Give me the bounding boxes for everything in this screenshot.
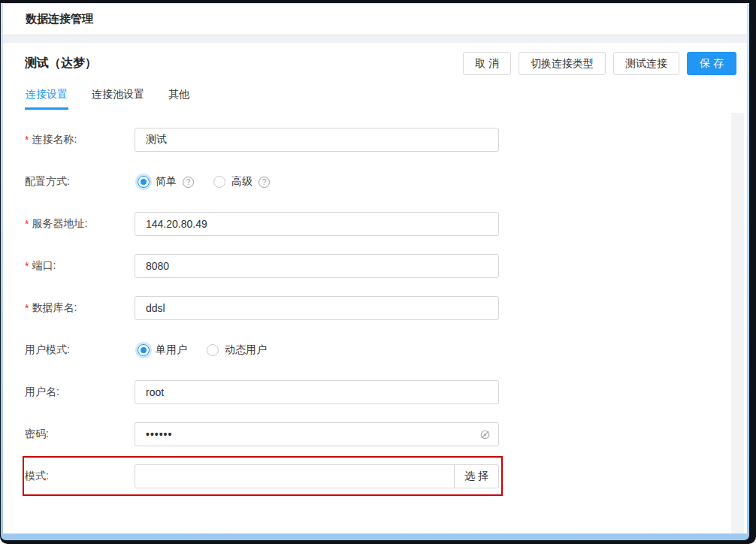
eye-off-icon[interactable] xyxy=(479,429,491,440)
select-mode-button[interactable]: 选 择 xyxy=(454,464,499,488)
field-label: * 端口: xyxy=(25,259,135,273)
radio-option-single-user[interactable]: 单用户 xyxy=(138,343,187,357)
field-label: 密码: xyxy=(25,428,135,441)
form-row-database-name: * 数据库名: xyxy=(25,296,747,320)
label-text: 配置方式: xyxy=(25,175,70,189)
user-mode-radio-group: 单用户 动态用户 xyxy=(135,343,267,357)
scrollbar-track[interactable] xyxy=(731,113,744,533)
header-gap xyxy=(3,35,747,43)
panel-header: 测试（达梦） 取 消 切换连接类型 测试连接 保 存 xyxy=(3,43,747,84)
radio-unselected-icon[interactable] xyxy=(207,344,219,356)
username-input[interactable] xyxy=(135,380,499,404)
field-label: 模式: xyxy=(25,470,135,483)
config-mode-radio-group: 简单 ? 高级 ? xyxy=(135,175,270,189)
help-icon[interactable]: ? xyxy=(259,177,270,188)
required-marker: * xyxy=(25,218,29,230)
tab-connection-pool-settings[interactable]: 连接池设置 xyxy=(91,84,145,110)
label-text: 连接名称: xyxy=(32,133,77,147)
switch-connection-type-button[interactable]: 切换连接类型 xyxy=(519,52,606,75)
help-icon[interactable]: ? xyxy=(183,177,194,188)
window-border: 数据连接管理 测试（达梦） 取 消 切换连接类型 测试连接 保 存 连接设置 连… xyxy=(1,3,749,540)
tab-connection-settings[interactable]: 连接设置 xyxy=(25,84,68,110)
cancel-button[interactable]: 取 消 xyxy=(463,52,511,75)
radio-selected-icon[interactable] xyxy=(138,176,150,188)
required-marker: * xyxy=(25,260,29,272)
form-row-username: 用户名: xyxy=(25,380,747,404)
test-connection-button[interactable]: 测试连接 xyxy=(613,52,679,75)
radio-option-simple[interactable]: 简单 ? xyxy=(138,175,194,189)
radio-unselected-icon[interactable] xyxy=(213,176,225,188)
radio-selected-icon[interactable] xyxy=(138,344,150,356)
field-label: 用户名: xyxy=(25,385,135,399)
label-text: 端口: xyxy=(32,259,56,273)
label-text: 用户模式: xyxy=(25,343,70,357)
page-title: 数据连接管理 xyxy=(26,12,93,26)
field-label: 配置方式: xyxy=(25,175,135,189)
form-row-config-mode: 配置方式: 简单 ? 高级 ? xyxy=(25,170,747,194)
form-row-connection-name: * 连接名称: xyxy=(25,128,747,152)
save-button[interactable]: 保 存 xyxy=(687,52,736,75)
label-text: 密码: xyxy=(25,428,49,441)
form-row-password: 密码: xyxy=(25,422,747,446)
field-label: * 数据库名: xyxy=(25,301,135,315)
password-input[interactable] xyxy=(135,422,499,446)
app-header: 数据连接管理 xyxy=(3,4,747,35)
database-name-input[interactable] xyxy=(135,296,499,320)
required-marker: * xyxy=(25,134,29,146)
field-label: 用户模式: xyxy=(25,343,135,357)
connection-title: 测试（达梦） xyxy=(25,56,97,71)
label-text: 用户名: xyxy=(25,385,59,399)
mode-field-wrapper: 选 择 xyxy=(135,464,499,488)
label-text: 服务器地址: xyxy=(32,217,87,231)
tab-bar: 连接设置 连接池设置 其他 xyxy=(3,84,747,110)
required-marker: * xyxy=(25,302,29,314)
action-buttons: 取 消 切换连接类型 测试连接 保 存 xyxy=(463,52,736,75)
form-row-user-mode: 用户模式: 单用户 动态用户 xyxy=(25,338,747,362)
label-text: 数据库名: xyxy=(32,301,77,315)
tab-other[interactable]: 其他 xyxy=(168,84,190,110)
mode-input[interactable] xyxy=(135,464,455,488)
connection-name-input[interactable] xyxy=(135,128,499,152)
radio-option-advanced[interactable]: 高级 ? xyxy=(213,175,270,189)
server-address-input[interactable] xyxy=(135,212,499,236)
radio-option-dynamic-user[interactable]: 动态用户 xyxy=(207,343,267,357)
form-row-server-address: * 服务器地址: xyxy=(25,212,747,236)
form-row-port: * 端口: xyxy=(25,254,747,278)
connection-form: * 连接名称: 配置方式: 简单 xyxy=(3,110,747,488)
field-label: * 连接名称: xyxy=(25,133,135,147)
form-row-mode: 模式: 选 择 xyxy=(25,464,747,488)
password-field-wrapper xyxy=(135,422,499,446)
label-text: 模式: xyxy=(25,470,49,483)
port-input[interactable] xyxy=(135,254,499,278)
window-frame: 数据连接管理 测试（达梦） 取 消 切换连接类型 测试连接 保 存 连接设置 连… xyxy=(0,0,756,544)
connection-panel: 测试（达梦） 取 消 切换连接类型 测试连接 保 存 连接设置 连接池设置 其他 xyxy=(3,43,747,533)
window-content: 数据连接管理 测试（达梦） 取 消 切换连接类型 测试连接 保 存 连接设置 连… xyxy=(3,4,747,533)
field-label: * 服务器地址: xyxy=(25,217,135,231)
